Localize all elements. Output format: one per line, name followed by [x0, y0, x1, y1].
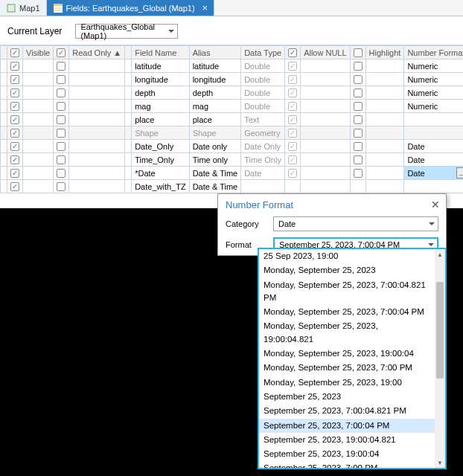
allownull-checkbox[interactable] — [285, 86, 301, 100]
row-handle[interactable] — [1, 126, 7, 140]
readonly-checkbox-header[interactable] — [54, 46, 69, 60]
visible-checkbox[interactable] — [7, 73, 23, 86]
datatype-cell[interactable]: Double — [241, 86, 285, 100]
highlight-checkbox[interactable] — [350, 60, 365, 73]
readonly-checkbox[interactable] — [54, 113, 69, 126]
visible-checkbox-header[interactable] — [7, 46, 23, 60]
col-visible[interactable]: Visible — [23, 46, 54, 60]
row-handle[interactable] — [1, 180, 7, 193]
allownull-checkbox-header[interactable] — [285, 46, 301, 60]
scroll-thumb[interactable] — [436, 282, 444, 379]
numberformat-cell[interactable] — [404, 180, 463, 193]
field-name-cell[interactable]: Date_Only — [132, 140, 189, 153]
visible-checkbox[interactable] — [7, 140, 23, 153]
visible-checkbox[interactable] — [7, 180, 23, 193]
readonly-checkbox[interactable] — [54, 100, 69, 113]
field-name-cell[interactable]: place — [132, 113, 189, 126]
format-option[interactable]: 25 Sep 2023, 19:00 — [259, 249, 435, 263]
alias-cell[interactable]: depth — [189, 86, 241, 100]
scrollbar[interactable]: ▲ ▼ — [435, 249, 445, 468]
field-name-cell[interactable]: longitude — [132, 73, 189, 86]
col-readonly[interactable]: Read Only ▲ — [69, 46, 125, 60]
datatype-cell[interactable]: Double — [241, 73, 285, 86]
alias-cell[interactable]: Date only — [189, 140, 241, 153]
alias-cell[interactable]: place — [189, 113, 241, 126]
highlight-checkbox-header[interactable] — [350, 46, 365, 60]
table-row[interactable]: magmagDoubleNumeric — [1, 100, 464, 113]
readonly-checkbox[interactable] — [54, 86, 69, 100]
alias-cell[interactable]: Shape — [189, 126, 241, 140]
dialog-close-icon[interactable]: ✕ — [431, 199, 440, 210]
field-name-cell[interactable]: Shape — [132, 126, 189, 140]
close-icon[interactable]: × — [202, 2, 208, 13]
allownull-checkbox[interactable] — [285, 73, 301, 86]
format-option[interactable]: Monday, September 25, 2023, 7:00:04.821 … — [259, 278, 435, 306]
field-name-cell[interactable]: *Date — [132, 167, 189, 180]
visible-checkbox[interactable] — [7, 167, 23, 180]
datatype-cell[interactable]: Time Only — [241, 153, 285, 167]
alias-cell[interactable]: Time only — [189, 153, 241, 167]
numberformat-cell[interactable]: Numeric — [404, 60, 463, 73]
numberformat-cell[interactable]: Numeric — [404, 73, 463, 86]
table-row[interactable]: ShapeShapeGeometry — [1, 126, 464, 140]
visible-checkbox[interactable] — [7, 100, 23, 113]
highlight-checkbox[interactable] — [350, 153, 365, 167]
datatype-cell[interactable] — [241, 180, 285, 193]
row-handle[interactable] — [1, 100, 7, 113]
current-layer-dropdown[interactable]: Earthquakes_Global (Map1) — [75, 24, 178, 39]
table-row[interactable]: placeplaceText — [1, 113, 464, 126]
table-row[interactable]: Date_OnlyDate onlyDate OnlyDate — [1, 140, 464, 153]
readonly-checkbox[interactable] — [54, 180, 69, 193]
format-dropdown-list[interactable]: 25 Sep 2023, 19:00Monday, September 25, … — [258, 248, 447, 469]
col-allownull[interactable]: Allow NULL — [301, 46, 350, 60]
col-highlight[interactable]: Highlight — [365, 46, 404, 60]
table-row[interactable]: depthdepthDoubleNumeric — [1, 86, 464, 100]
highlight-checkbox[interactable] — [350, 180, 365, 193]
numberformat-cell[interactable]: Date... — [404, 167, 463, 180]
row-handle[interactable] — [1, 73, 7, 86]
row-handle[interactable] — [1, 60, 7, 73]
tab-fields[interactable]: Fields: Earthquakes_Global (Map1) × — [47, 0, 215, 16]
datatype-cell[interactable]: Date — [241, 167, 285, 180]
allownull-checkbox[interactable] — [285, 140, 301, 153]
highlight-checkbox[interactable] — [350, 73, 365, 86]
datatype-cell[interactable]: Geometry — [241, 126, 285, 140]
highlight-checkbox[interactable] — [350, 113, 365, 126]
field-name-cell[interactable]: depth — [132, 86, 189, 100]
field-name-cell[interactable]: Date_with_TZ — [132, 180, 189, 193]
table-row[interactable]: longitudelongitudeDoubleNumeric — [1, 73, 464, 86]
numberformat-cell[interactable] — [404, 126, 463, 140]
readonly-checkbox[interactable] — [54, 60, 69, 73]
format-option[interactable]: Monday, September 25, 2023, 19:00:04 — [259, 347, 435, 361]
visible-checkbox[interactable] — [7, 153, 23, 167]
allownull-checkbox[interactable] — [285, 126, 301, 140]
numberformat-cell[interactable]: Date — [404, 140, 463, 153]
allownull-checkbox[interactable] — [285, 100, 301, 113]
format-option[interactable]: Monday, September 25, 2023, 7:00:04 PM — [259, 305, 435, 319]
allownull-checkbox[interactable] — [285, 113, 301, 126]
field-name-cell[interactable]: mag — [132, 100, 189, 113]
numberformat-cell[interactable] — [404, 113, 463, 126]
datatype-cell[interactable]: Double — [241, 100, 285, 113]
tab-map1[interactable]: Map1 — [0, 0, 47, 16]
format-option[interactable]: September 25, 2023, 19:00:04.821 — [259, 433, 435, 447]
col-numberformat[interactable]: Number Format — [404, 46, 463, 60]
category-dropdown[interactable]: Date — [273, 216, 438, 231]
visible-checkbox[interactable] — [7, 60, 23, 73]
format-option[interactable]: Monday, September 25, 2023 — [259, 263, 435, 277]
visible-checkbox[interactable] — [7, 113, 23, 126]
col-alias[interactable]: Alias — [189, 46, 241, 60]
ellipsis-button[interactable]: ... — [456, 167, 463, 178]
readonly-checkbox[interactable] — [54, 140, 69, 153]
col-fieldname[interactable]: Field Name — [132, 46, 189, 60]
field-name-cell[interactable]: latitude — [132, 60, 189, 73]
allownull-checkbox[interactable] — [285, 153, 301, 167]
table-row[interactable]: latitudelatitudeDoubleNumeric — [1, 60, 464, 73]
format-option[interactable]: September 25, 2023, 7:00:04.821 PM — [259, 404, 435, 418]
allownull-checkbox[interactable] — [285, 180, 301, 193]
format-option[interactable]: Monday, September 25, 2023, 19:00:04.821 — [259, 319, 435, 347]
datatype-cell[interactable]: Text — [241, 113, 285, 126]
datatype-cell[interactable]: Double — [241, 60, 285, 73]
row-handle[interactable] — [1, 167, 7, 180]
numberformat-cell[interactable]: Numeric — [404, 86, 463, 100]
